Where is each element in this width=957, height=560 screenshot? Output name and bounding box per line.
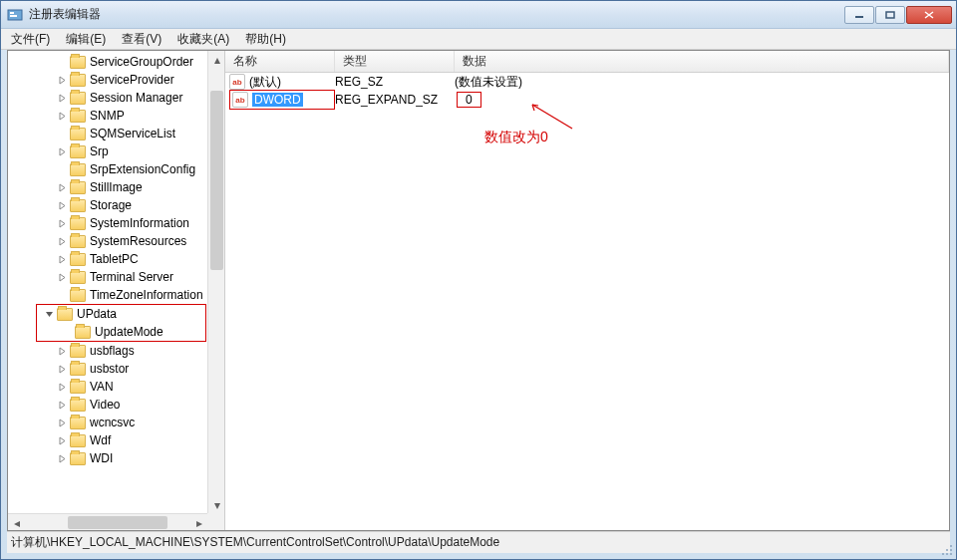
folder-icon [70,217,86,230]
tree-item[interactable]: Session Manager [8,89,224,107]
tree-item[interactable]: Storage [8,196,224,214]
app-icon [7,7,23,23]
folder-icon [70,452,86,465]
svg-rect-4 [886,12,894,18]
scroll-left-icon[interactable]: ◂ [8,514,25,530]
scroll-right-icon[interactable]: ▸ [190,514,207,530]
tree-item[interactable]: TimeZoneInformation [8,286,224,304]
menu-favorites[interactable]: 收藏夹(A) [169,29,237,50]
window-frame: 注册表编辑器 文件(F) 编辑(E) 查看(V) 收藏夹(A) 帮助(H) Se… [0,0,957,560]
value-data: (数值未设置) [455,74,949,91]
folder-icon [70,434,86,447]
expand-icon[interactable] [56,434,68,446]
svg-point-7 [950,549,952,551]
tree-item[interactable]: usbstor [8,360,224,378]
folder-icon [75,326,91,339]
value-name-selected: DWORD [252,93,303,107]
expand-icon[interactable] [56,92,68,104]
menu-edit[interactable]: 编辑(E) [58,29,114,50]
folder-icon [70,417,86,429]
expand-icon[interactable] [56,110,68,122]
scroll-up-icon[interactable]: ▴ [208,51,225,68]
tree-item-updatemode[interactable]: UpdateMode [37,323,205,341]
status-path: 计算机\HKEY_LOCAL_MACHINE\SYSTEM\CurrentCon… [11,534,499,551]
folder-icon [70,399,86,412]
tree-horizontal-scrollbar[interactable]: ◂ ▸ [8,513,207,530]
maximize-button[interactable] [875,6,905,24]
folder-icon [70,345,86,358]
expand-icon[interactable] [56,253,68,265]
menu-file[interactable]: 文件(F) [3,29,58,50]
menu-bar: 文件(F) 编辑(E) 查看(V) 收藏夹(A) 帮助(H) [1,29,956,50]
tree-item[interactable]: WDI [8,449,224,467]
svg-rect-2 [10,15,17,17]
list-row-selected[interactable]: ab DWORD REG_EXPAND_SZ 0 [225,91,949,109]
folder-icon [70,289,86,302]
list-header: 名称 类型 数据 [225,51,949,73]
tree-item[interactable]: usbflags [8,342,224,360]
expand-icon[interactable] [56,199,68,211]
expand-icon[interactable] [56,145,68,157]
expand-icon[interactable] [56,399,68,411]
value-type: REG_SZ [335,75,455,89]
value-name: (默认) [249,74,281,91]
expand-icon[interactable] [56,235,68,247]
folder-icon [70,110,86,123]
tree-item[interactable]: TabletPC [8,250,224,268]
minimize-button[interactable] [844,6,874,24]
title-bar[interactable]: 注册表编辑器 [1,1,956,29]
tree-item[interactable]: Wdf [8,431,224,449]
folder-icon [70,145,86,158]
value-type: REG_EXPAND_SZ [335,93,455,107]
tree-item[interactable]: ServiceGroupOrder [8,53,224,71]
list-row[interactable]: ab (默认) REG_SZ (数值未设置) [225,73,949,91]
scroll-down-icon[interactable]: ▾ [208,496,225,513]
tree-item[interactable]: VAN [8,378,224,396]
folder-icon [70,56,86,69]
column-data[interactable]: 数据 [455,51,949,72]
resize-grip-icon[interactable] [940,543,954,557]
menu-view[interactable]: 查看(V) [114,29,169,50]
folder-icon [70,363,86,376]
client-area: ServiceGroupOrder ServiceProvider Sessio… [7,50,950,531]
expand-icon[interactable] [56,381,68,393]
collapse-icon[interactable] [43,308,55,320]
expand-icon[interactable] [56,345,68,357]
tree-item[interactable]: SNMP [8,107,224,125]
svg-point-5 [950,545,952,547]
expand-icon[interactable] [56,452,68,464]
expand-icon[interactable] [56,181,68,193]
window-title: 注册表编辑器 [29,6,844,23]
expand-icon[interactable] [56,217,68,229]
expand-icon[interactable] [56,417,68,428]
scroll-thumb[interactable] [210,91,223,270]
expand-icon[interactable] [56,271,68,283]
tree-vertical-scrollbar[interactable]: ▴ ▾ [207,51,224,513]
tree-item[interactable]: SQMServiceList [8,125,224,142]
annotation-arrow-icon [524,101,574,131]
svg-point-10 [950,553,952,555]
scroll-thumb[interactable] [68,516,167,529]
tree-item[interactable]: wcncsvc [8,414,224,431]
status-bar: 计算机\HKEY_LOCAL_MACHINE\SYSTEM\CurrentCon… [7,531,950,553]
reg-string-icon: ab [229,74,245,90]
column-type[interactable]: 类型 [335,51,455,72]
tree-item[interactable]: ServiceProvider [8,71,224,89]
reg-string-icon: ab [232,92,248,108]
svg-point-9 [946,553,948,555]
svg-point-6 [946,549,948,551]
menu-help[interactable]: 帮助(H) [237,29,294,50]
tree-item[interactable]: StillImage [8,178,224,196]
expand-icon[interactable] [56,74,68,86]
tree-item[interactable]: Video [8,396,224,414]
close-button[interactable] [906,6,952,24]
tree-item-updata[interactable]: UPdata [37,305,205,323]
column-name[interactable]: 名称 [225,51,335,72]
expand-icon[interactable] [56,363,68,375]
tree-item[interactable]: Srp [8,142,224,160]
tree-item[interactable]: Terminal Server [8,268,224,286]
tree-item[interactable]: SrpExtensionConfig [8,160,224,178]
tree-item[interactable]: SystemInformation [8,214,224,232]
tree-item[interactable]: SystemResources [8,232,224,250]
folder-icon [70,74,86,87]
